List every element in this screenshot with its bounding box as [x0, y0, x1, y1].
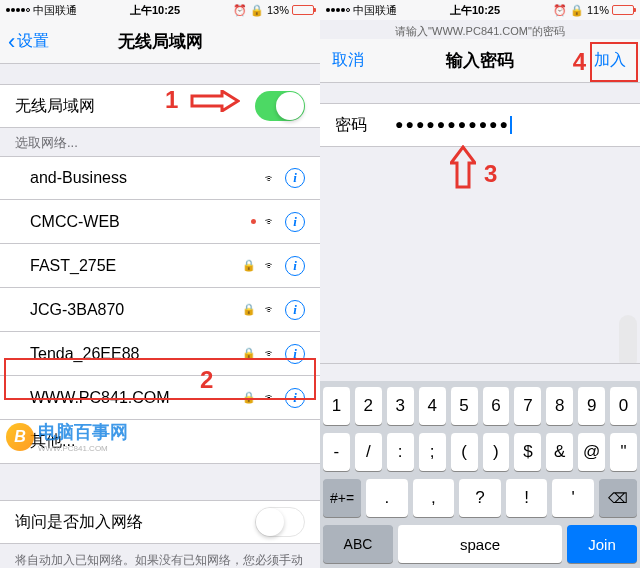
info-icon[interactable]: i	[285, 212, 305, 232]
carrier-label: 中国联通	[33, 3, 77, 18]
password-prompt-subtitle: 请输入"WWW.PC841.COM"的密码	[320, 20, 640, 39]
key-colon[interactable]: :	[387, 433, 414, 471]
watermark: B 电脑百事网 WWW.PC841.COM	[6, 420, 128, 453]
info-icon[interactable]: i	[285, 168, 305, 188]
info-icon[interactable]: i	[285, 344, 305, 364]
text-cursor-icon	[510, 116, 512, 134]
watermark-logo-icon: B	[6, 423, 34, 451]
rotation-lock-icon: 🔒	[570, 4, 584, 17]
key-quote[interactable]: "	[610, 433, 637, 471]
info-icon[interactable]: i	[285, 300, 305, 320]
key-period[interactable]: .	[366, 479, 408, 517]
signal-dots-icon	[6, 8, 30, 12]
key-3[interactable]: 3	[387, 387, 414, 425]
password-entry-screen: 中国联通 上午10:25 ⏰ 🔒 11% 请输入"WWW.PC841.COM"的…	[320, 0, 640, 568]
ask-join-row: 询问是否加入网络	[0, 500, 320, 544]
wifi-icon: ᯤ	[264, 258, 277, 273]
chevron-left-icon: ‹	[8, 29, 15, 55]
backspace-icon: ⌫	[608, 490, 628, 506]
rotation-lock-icon: 🔒	[250, 4, 264, 17]
key-rparen[interactable]: )	[483, 433, 510, 471]
key-dash[interactable]: -	[323, 433, 350, 471]
battery-pct: 11%	[587, 4, 609, 16]
ask-join-footer: 将自动加入已知网络。如果没有已知网络，您必须手动选择。	[0, 544, 320, 568]
key-join[interactable]: Join	[567, 525, 637, 563]
lock-icon: 🔒	[242, 391, 256, 404]
key-0[interactable]: 0	[610, 387, 637, 425]
network-list: and-Business ᯤi CMCC-WEB ᯤi FAST_275E 🔒ᯤ…	[0, 156, 320, 464]
network-row[interactable]: and-Business ᯤi	[0, 156, 320, 200]
wifi-icon: ᯤ	[264, 214, 277, 229]
key-2[interactable]: 2	[355, 387, 382, 425]
key-lparen[interactable]: (	[451, 433, 478, 471]
wifi-icon: ᯤ	[264, 302, 277, 317]
carrier-label: 中国联通	[353, 3, 397, 18]
nav-bar: ‹ 设置 无线局域网	[0, 20, 320, 64]
password-row: 密码 ●●●●●●●●●●●	[320, 103, 640, 147]
wifi-icon: ᯤ	[264, 346, 277, 361]
keyboard-handle-icon[interactable]	[619, 315, 637, 369]
notice-dot-icon	[251, 219, 256, 224]
key-symbols[interactable]: #+=	[323, 479, 361, 517]
wifi-icon: ᯤ	[264, 171, 277, 186]
wifi-toggle-row: 无线局域网	[0, 84, 320, 128]
lock-icon: 🔒	[242, 347, 256, 360]
key-4[interactable]: 4	[419, 387, 446, 425]
network-row[interactable]: FAST_275E 🔒ᯤi	[0, 244, 320, 288]
alarm-icon: ⏰	[233, 4, 247, 17]
wifi-toggle-switch[interactable]	[255, 91, 305, 121]
ask-join-switch[interactable]	[255, 507, 305, 537]
wifi-icon: ᯤ	[264, 390, 277, 405]
key-space[interactable]: space	[398, 525, 562, 563]
network-row[interactable]: Tenda_26EE88 🔒ᯤi	[0, 332, 320, 376]
status-bar: 中国联通 上午10:25 ⏰ 🔒 13%	[0, 0, 320, 20]
key-6[interactable]: 6	[483, 387, 510, 425]
key-dollar[interactable]: $	[514, 433, 541, 471]
clock-label: 上午10:25	[397, 3, 553, 18]
info-icon[interactable]: i	[285, 388, 305, 408]
network-row[interactable]: CMCC-WEB ᯤi	[0, 200, 320, 244]
clock-label: 上午10:25	[77, 3, 233, 18]
key-abc[interactable]: ABC	[323, 525, 393, 563]
key-semicolon[interactable]: ;	[419, 433, 446, 471]
key-apos[interactable]: '	[552, 479, 594, 517]
battery-pct: 13%	[267, 4, 289, 16]
wifi-settings-screen: 中国联通 上午10:25 ⏰ 🔒 13% ‹ 设置 无线局域网 无线局域网 选取	[0, 0, 320, 568]
ask-join-label: 询问是否加入网络	[15, 512, 255, 533]
keyboard: 1 2 3 4 5 6 7 8 9 0 - / : ; ( ) $ & @	[320, 381, 640, 568]
battery-icon	[612, 5, 634, 15]
network-row[interactable]: JCG-3BA870 🔒ᯤi	[0, 288, 320, 332]
battery-icon	[292, 5, 314, 15]
alarm-icon: ⏰	[553, 4, 567, 17]
info-icon[interactable]: i	[285, 256, 305, 276]
cancel-button[interactable]: 取消	[320, 50, 376, 71]
network-row-selected[interactable]: WWW.PC841.COM 🔒ᯤi	[0, 376, 320, 420]
signal-dots-icon	[326, 8, 350, 12]
key-slash[interactable]: /	[355, 433, 382, 471]
key-9[interactable]: 9	[578, 387, 605, 425]
join-button[interactable]: 加入	[582, 50, 638, 71]
key-comma[interactable]: ,	[413, 479, 455, 517]
key-7[interactable]: 7	[514, 387, 541, 425]
password-label: 密码	[335, 115, 395, 136]
key-at[interactable]: @	[578, 433, 605, 471]
lock-icon: 🔒	[242, 259, 256, 272]
choose-network-header: 选取网络...	[0, 128, 320, 156]
key-5[interactable]: 5	[451, 387, 478, 425]
status-bar: 中国联通 上午10:25 ⏰ 🔒 11%	[320, 0, 640, 20]
key-8[interactable]: 8	[546, 387, 573, 425]
wifi-toggle-label: 无线局域网	[15, 96, 255, 117]
key-amp[interactable]: &	[546, 433, 573, 471]
key-exclaim[interactable]: !	[506, 479, 548, 517]
key-backspace[interactable]: ⌫	[599, 479, 637, 517]
annotation-arrow-up-icon	[450, 145, 476, 189]
key-1[interactable]: 1	[323, 387, 350, 425]
back-button[interactable]: ‹ 设置	[0, 29, 57, 55]
lock-icon: 🔒	[242, 303, 256, 316]
nav-bar: 取消 输入密码 加入	[320, 39, 640, 83]
key-question[interactable]: ?	[459, 479, 501, 517]
annotation-number-3: 3	[484, 160, 497, 188]
password-input[interactable]: ●●●●●●●●●●●	[395, 116, 625, 134]
